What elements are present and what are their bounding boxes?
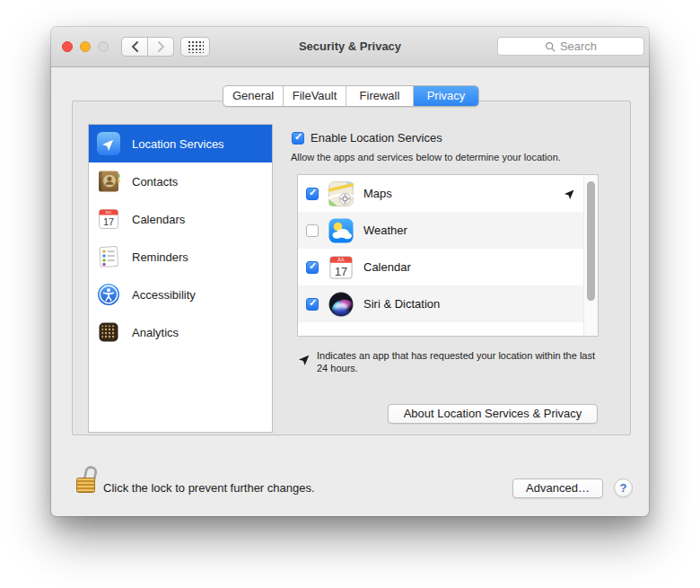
sidebar-item-accessibility[interactable]: Accessibility bbox=[89, 276, 272, 313]
app-row-maps[interactable]: Maps bbox=[298, 175, 584, 212]
tab-firewall[interactable]: Firewall bbox=[346, 86, 414, 106]
list-scrollbar[interactable] bbox=[583, 175, 598, 336]
security-privacy-window: Security & Privacy Search General FileVa… bbox=[51, 27, 649, 516]
analytics-icon bbox=[97, 320, 120, 344]
search-placeholder: Search bbox=[560, 39, 597, 53]
sidebar-item-label: Analytics bbox=[132, 326, 179, 339]
svg-text:JUL: JUL bbox=[105, 210, 112, 215]
siri-app-icon bbox=[328, 291, 354, 318]
enable-location-services-row: Enable Location Services bbox=[292, 131, 442, 145]
app-name: Siri & Dictation bbox=[363, 297, 440, 311]
note-text: Indicates an app that has requested your… bbox=[317, 349, 606, 374]
svg-text:17: 17 bbox=[103, 216, 114, 227]
app-row-calendar[interactable]: JUL 17 Calendar bbox=[298, 249, 584, 285]
sidebar-item-analytics[interactable]: Analytics bbox=[89, 313, 272, 351]
contacts-book-icon bbox=[97, 170, 120, 193]
privacy-pane: Location Services Contacts bbox=[72, 101, 631, 435]
maps-app-icon bbox=[328, 180, 354, 207]
location-arrow-icon bbox=[299, 353, 311, 368]
sidebar-item-label: Contacts bbox=[132, 175, 178, 189]
app-name: Maps bbox=[363, 187, 392, 200]
app-row-weather[interactable]: Weather bbox=[298, 212, 584, 249]
tab-general[interactable]: General bbox=[223, 86, 284, 106]
app-name: Calendar bbox=[363, 260, 411, 274]
siri-checkbox[interactable] bbox=[306, 298, 319, 311]
calendar-icon: JUL 17 bbox=[97, 207, 120, 231]
tab-privacy[interactable]: Privacy bbox=[414, 86, 478, 106]
maps-checkbox[interactable] bbox=[306, 188, 319, 200]
sidebar-item-reminders[interactable]: Reminders bbox=[89, 238, 272, 276]
accessibility-icon bbox=[97, 283, 120, 306]
app-row-siri[interactable]: Siri & Dictation bbox=[298, 285, 584, 322]
location-apps-list: Maps bbox=[297, 174, 599, 337]
sidebar-item-location-services[interactable]: Location Services bbox=[89, 125, 272, 162]
lock-hint-text: Click the lock to prevent further change… bbox=[103, 481, 315, 495]
lock-icon[interactable] bbox=[75, 465, 101, 501]
weather-app-icon bbox=[328, 217, 354, 244]
sidebar-item-label: Accessibility bbox=[132, 288, 196, 302]
svg-text:JUL: JUL bbox=[337, 258, 346, 262]
scrollbar-thumb[interactable] bbox=[587, 181, 595, 301]
privacy-sidebar: Location Services Contacts bbox=[88, 124, 273, 433]
recent-location-note: Indicates an app that has requested your… bbox=[299, 349, 609, 374]
tab-bar: General FileVault Firewall Privacy bbox=[223, 85, 479, 107]
search-field[interactable]: Search bbox=[497, 37, 644, 56]
sidebar-item-label: Calendars bbox=[132, 213, 185, 226]
calendar-app-icon: JUL 17 bbox=[328, 254, 354, 281]
enable-location-services-checkbox[interactable] bbox=[292, 132, 304, 145]
lock-body bbox=[76, 478, 95, 493]
weather-checkbox[interactable] bbox=[306, 224, 319, 237]
help-button[interactable]: ? bbox=[614, 478, 633, 497]
title-bar: Security & Privacy Search bbox=[51, 27, 649, 67]
pane-description: Allow the apps and services below to det… bbox=[291, 152, 561, 162]
tab-filevault[interactable]: FileVault bbox=[284, 86, 346, 106]
calendar-checkbox[interactable] bbox=[306, 261, 319, 274]
svg-text:17: 17 bbox=[335, 265, 347, 277]
sidebar-item-calendars[interactable]: JUL 17 Calendars bbox=[89, 200, 272, 238]
about-location-services-button[interactable]: About Location Services & Privacy bbox=[388, 404, 598, 424]
location-arrow-icon bbox=[97, 132, 120, 155]
enable-location-services-label: Enable Location Services bbox=[311, 131, 442, 145]
sidebar-item-label: Location Services bbox=[132, 137, 224, 151]
recent-location-arrow-icon bbox=[564, 188, 576, 199]
search-icon bbox=[545, 41, 556, 52]
sidebar-item-label: Reminders bbox=[132, 250, 188, 264]
app-name: Weather bbox=[363, 224, 407, 237]
reminders-list-icon bbox=[97, 245, 120, 268]
sidebar-item-contacts[interactable]: Contacts bbox=[89, 162, 272, 200]
advanced-button[interactable]: Advanced… bbox=[512, 478, 603, 498]
